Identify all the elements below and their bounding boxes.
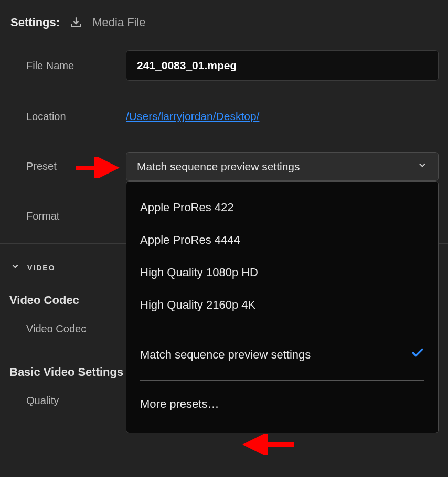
settings-title: Settings:	[10, 16, 60, 29]
chevron-down-icon	[417, 160, 428, 173]
file-name-input[interactable]	[126, 50, 439, 81]
chevron-down-icon	[10, 262, 20, 274]
quality-label: Quality	[26, 395, 126, 407]
menu-separator	[140, 329, 424, 329]
annotation-arrow	[236, 434, 299, 455]
settings-header: Settings: Media File	[0, 0, 448, 40]
format-label: Format	[26, 210, 126, 222]
preset-value: Match sequence preview settings	[137, 160, 300, 173]
preset-option-prores4444[interactable]: Apple ProRes 4444	[126, 224, 438, 256]
preset-option-hq2160p[interactable]: High Quality 2160p 4K	[126, 289, 438, 321]
menu-separator	[140, 380, 424, 381]
preset-option-more[interactable]: More presets…	[126, 388, 438, 420]
preset-label: Preset	[26, 160, 126, 172]
media-file-label: Media File	[92, 16, 145, 29]
file-name-label: File Name	[26, 60, 126, 72]
video-heading: VIDEO	[27, 264, 56, 272]
preset-option-hq1080p[interactable]: High Quality 1080p HD	[126, 256, 438, 289]
preset-option-match-sequence[interactable]: Match sequence preview settings	[126, 337, 438, 373]
import-icon[interactable]	[69, 16, 83, 29]
preset-dropdown[interactable]: Match sequence preview settings	[126, 152, 439, 181]
check-icon	[411, 346, 424, 363]
video-codec-label: Video Codec	[26, 323, 126, 335]
preset-menu: Apple ProRes 422 Apple ProRes 4444 High …	[126, 181, 439, 433]
location-link[interactable]: /Users/larryjordan/Desktop/	[126, 110, 259, 122]
preset-option-prores422[interactable]: Apple ProRes 422	[126, 191, 438, 224]
location-label: Location	[26, 111, 126, 123]
